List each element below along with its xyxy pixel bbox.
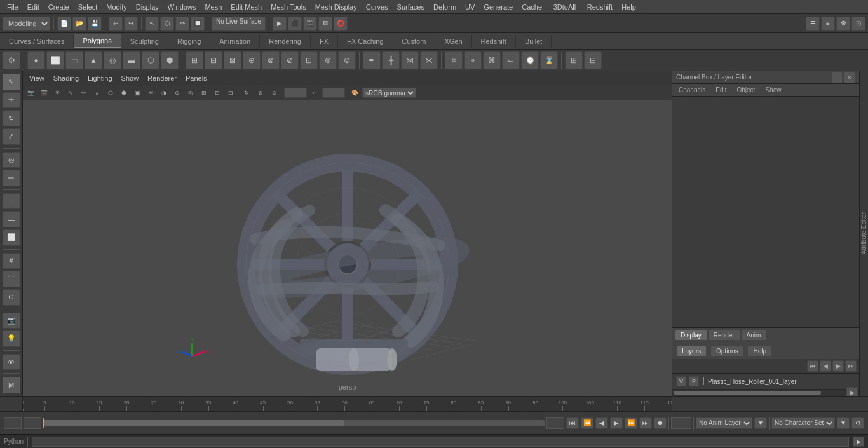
menu-display[interactable]: Display bbox=[132, 2, 163, 12]
tab-curves-surfaces[interactable]: Curves / Surfaces bbox=[0, 35, 74, 48]
play-back-btn[interactable]: ◀ bbox=[595, 417, 608, 429]
shelf-boolean-icon[interactable]: ⊕ bbox=[243, 51, 261, 69]
command-input[interactable]: makeIdentity -apply true -t 1 -r 1 -s 1 … bbox=[32, 437, 849, 447]
menu-3dtoall[interactable]: -3DtoAll- bbox=[546, 2, 583, 12]
step-fwd-btn[interactable]: ⏩ bbox=[625, 417, 637, 429]
vp-menu-view[interactable]: View bbox=[25, 73, 48, 83]
layers-scrollbar[interactable] bbox=[674, 391, 821, 395]
scale-mode-btn[interactable]: ⤢ bbox=[3, 128, 20, 145]
shelf-torus-icon[interactable]: ◎ bbox=[104, 51, 121, 69]
play-fwd-btn[interactable]: ▶ bbox=[610, 417, 623, 429]
shelf-weld-icon[interactable]: ⋉ bbox=[420, 51, 438, 69]
shelf-extra1-icon[interactable]: ⊞ bbox=[565, 51, 583, 69]
shelf-sphere-icon[interactable]: ● bbox=[27, 51, 45, 69]
tab-custom[interactable]: Custom bbox=[393, 35, 436, 48]
open-scene-btn[interactable]: 📂 bbox=[72, 17, 86, 31]
go-end-btn[interactable]: ⏭ bbox=[639, 417, 652, 429]
render2-btn[interactable]: ⬛ bbox=[288, 17, 302, 31]
shelf-plane-icon[interactable]: ▬ bbox=[123, 51, 140, 69]
show-menu-btn[interactable]: Show bbox=[761, 85, 785, 95]
layers-tab[interactable]: Layers bbox=[676, 346, 707, 356]
vp-sel-btn[interactable]: ↖ bbox=[64, 87, 77, 98]
tab-sculpting[interactable]: Sculpting bbox=[121, 35, 168, 48]
frame-current-input[interactable]: 1 bbox=[24, 417, 41, 429]
tab-anim[interactable]: Anim bbox=[741, 330, 767, 341]
redo-btn[interactable]: ↪ bbox=[124, 17, 138, 31]
playback-range-bar[interactable] bbox=[43, 420, 545, 426]
shelf-cube-icon[interactable]: ⬜ bbox=[46, 51, 64, 69]
shelf-merge-icon[interactable]: ⋈ bbox=[401, 51, 419, 69]
channels-menu-btn[interactable]: Channels bbox=[675, 85, 709, 95]
vertex-comp-btn[interactable]: · bbox=[3, 193, 20, 210]
move-mode-btn[interactable]: ✛ bbox=[3, 92, 20, 109]
menu-create[interactable]: Create bbox=[44, 2, 74, 12]
cmd-execute-btn[interactable]: ▶ bbox=[853, 437, 864, 447]
vp-hud-btn[interactable]: ⊡ bbox=[224, 87, 237, 98]
vp-film-btn[interactable]: 🎬 bbox=[37, 87, 50, 98]
shelf-combine-icon[interactable]: ⊗ bbox=[262, 51, 280, 69]
shelf-lattice-icon[interactable]: ⌗ bbox=[445, 51, 463, 69]
menu-mesh-display[interactable]: Mesh Display bbox=[311, 2, 362, 12]
snap-point-btn[interactable]: ⊕ bbox=[3, 289, 20, 306]
rp-minimize-btn[interactable]: — bbox=[831, 72, 843, 83]
shelf-bevel-icon[interactable]: ⊠ bbox=[224, 51, 241, 69]
vp-xray-btn[interactable]: ◎ bbox=[184, 87, 197, 98]
layers-scrollbar-area[interactable]: ▶ bbox=[672, 390, 859, 396]
vp-paint-btn[interactable]: ✏ bbox=[78, 87, 90, 98]
snap-grid-btn[interactable]: # bbox=[3, 253, 20, 269]
menu-mesh-tools[interactable]: Mesh Tools bbox=[266, 2, 310, 12]
workspace-dropdown[interactable]: Modeling bbox=[3, 17, 50, 31]
record-btn[interactable]: ⏺ bbox=[654, 417, 667, 429]
select-mode-btn[interactable]: ↖ bbox=[3, 74, 20, 90]
tab-animation[interactable]: Animation bbox=[210, 35, 260, 48]
vp-menu-panels[interactable]: Panels bbox=[182, 73, 211, 83]
shelf-bridge-icon[interactable]: ⊟ bbox=[205, 51, 222, 69]
shelf-separate-icon[interactable]: ⊘ bbox=[281, 51, 299, 69]
render5-btn[interactable]: ⭕ bbox=[334, 17, 348, 31]
frame-end-outer-input[interactable]: 200 bbox=[671, 417, 691, 429]
rotate-mode-btn[interactable]: ↻ bbox=[3, 110, 20, 126]
shelf-extrude-icon[interactable]: ⊞ bbox=[186, 51, 203, 69]
timeline[interactable]: 1510152025303540455055606570758085909510… bbox=[0, 396, 868, 411]
vp-light-btn[interactable]: ☀ bbox=[144, 87, 157, 98]
anim-prefs-btn[interactable]: ⚙ bbox=[851, 417, 864, 429]
new-scene-btn[interactable]: 📄 bbox=[57, 17, 71, 31]
layers-prev-btn[interactable]: ⏮ bbox=[807, 360, 818, 372]
vp-menu-renderer[interactable]: Renderer bbox=[144, 73, 180, 83]
step-back-btn[interactable]: ⏪ bbox=[581, 417, 593, 429]
vp-grid-btn[interactable]: # bbox=[91, 87, 104, 98]
show-hide-btn[interactable]: 👁 bbox=[3, 354, 20, 370]
anim-layer-options-btn[interactable]: ▼ bbox=[754, 417, 767, 429]
menu-help[interactable]: Help bbox=[617, 2, 641, 12]
model-area[interactable]: X Y Z persp bbox=[23, 100, 672, 396]
shelf-settings-icon[interactable]: ⚙ bbox=[3, 51, 20, 69]
camera-btn[interactable]: 📷 bbox=[3, 313, 20, 329]
light-btn[interactable]: 💡 bbox=[3, 330, 20, 347]
menu-edit[interactable]: Edit bbox=[23, 2, 44, 12]
frame-end-inner-input[interactable]: 120 bbox=[546, 417, 564, 429]
expand-btn[interactable]: ⊡ bbox=[851, 17, 865, 31]
no-live-surface-btn[interactable]: No Live Surface bbox=[212, 17, 266, 31]
shelf-platonic-icon[interactable]: ⬢ bbox=[161, 51, 179, 69]
shelf-disk-icon[interactable]: ⬡ bbox=[142, 51, 159, 69]
menu-cache[interactable]: Cache bbox=[517, 2, 546, 12]
shelf-subdivide-icon[interactable]: ⊜ bbox=[338, 51, 356, 69]
tab-xgen[interactable]: XGen bbox=[435, 35, 471, 48]
menu-redshift[interactable]: Redshift bbox=[583, 2, 617, 12]
vp-menu-lighting[interactable]: Lighting bbox=[84, 73, 116, 83]
edit-menu-btn[interactable]: Edit bbox=[712, 85, 730, 95]
shelf-smooth-icon[interactable]: ⊛ bbox=[319, 51, 337, 69]
tab-fx-caching[interactable]: FX Caching bbox=[338, 35, 393, 48]
menu-generate[interactable]: Generate bbox=[479, 2, 517, 12]
vp-snap2-btn[interactable]: ⊗ bbox=[254, 87, 267, 98]
vp-menu-shading[interactable]: Shading bbox=[50, 73, 83, 83]
snap-btn[interactable]: 🔲 bbox=[191, 17, 205, 31]
attribute-editor-strip[interactable]: Attribute Editor bbox=[859, 71, 868, 396]
vp-tex-btn[interactable]: ▣ bbox=[131, 87, 144, 98]
shelf-insert-edge-icon[interactable]: ╋ bbox=[382, 51, 400, 69]
vp-shadow-btn[interactable]: ◑ bbox=[158, 87, 170, 98]
snap-curve-btn[interactable]: ⌒ bbox=[3, 271, 20, 287]
menu-modify[interactable]: Modify bbox=[102, 2, 131, 12]
shelf-mirror-icon[interactable]: ⊡ bbox=[300, 51, 318, 69]
menu-deform[interactable]: Deform bbox=[429, 2, 461, 12]
